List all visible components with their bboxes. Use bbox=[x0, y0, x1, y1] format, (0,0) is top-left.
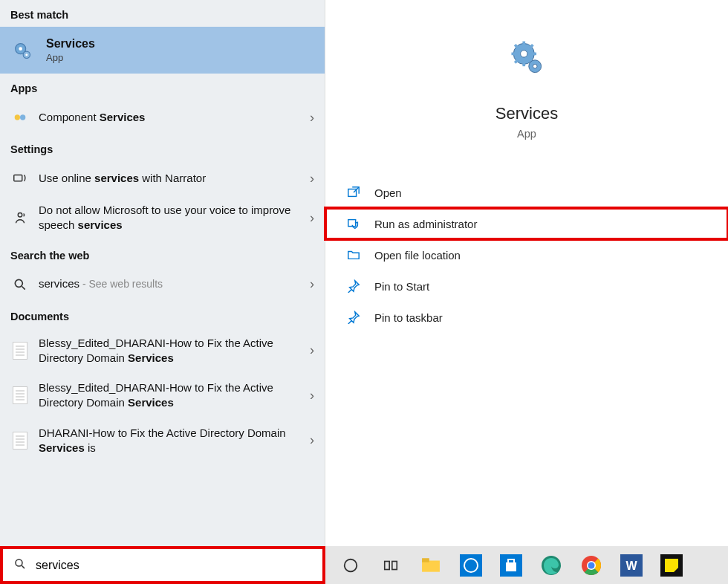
svg-rect-6 bbox=[14, 175, 22, 181]
best-match-item[interactable]: Services App bbox=[0, 27, 325, 74]
setting-speech-services[interactable]: Do not allow Microsoft to use your voice… bbox=[0, 195, 325, 241]
setting-narrator-services[interactable]: Use online services with Narrator › bbox=[0, 161, 325, 195]
app-result-label: Component Services bbox=[39, 110, 304, 125]
hero-title: Services bbox=[325, 104, 728, 123]
svg-point-26 bbox=[345, 559, 357, 571]
document-icon bbox=[10, 386, 30, 405]
search-input[interactable] bbox=[36, 559, 312, 572]
document-label: DHARANI-How to Fix the Active Directory … bbox=[39, 426, 304, 456]
svg-point-1 bbox=[19, 47, 22, 51]
document-label: Blessy_Edited_DHARANI-How to Fix the Act… bbox=[39, 380, 304, 411]
action-run-as-admin[interactable]: Run as administrator bbox=[325, 208, 728, 239]
svg-point-5 bbox=[20, 114, 25, 120]
chevron-right-icon: › bbox=[304, 343, 314, 358]
action-label: Pin to Start bbox=[374, 280, 429, 293]
svg-point-11 bbox=[521, 51, 527, 57]
task-view-icon[interactable] bbox=[376, 551, 406, 580]
chevron-right-icon: › bbox=[304, 110, 314, 126]
svg-line-16 bbox=[515, 45, 518, 48]
action-pin-to-start[interactable]: Pin to Start bbox=[325, 270, 728, 302]
svg-point-8 bbox=[15, 279, 22, 287]
dell-app-icon[interactable] bbox=[456, 551, 486, 580]
document-label: Blessy_Edited_DHARANI-How to Fix the Act… bbox=[39, 336, 304, 366]
section-apps: Apps bbox=[0, 74, 325, 100]
document-result[interactable]: Blessy_Edited_DHARANI-How to Fix the Act… bbox=[0, 328, 325, 374]
svg-rect-31 bbox=[460, 554, 482, 577]
document-icon bbox=[10, 431, 30, 450]
svg-rect-28 bbox=[392, 561, 397, 569]
search-results-pane: Best match Services App Apps Component S… bbox=[0, 0, 325, 546]
pin-icon bbox=[346, 310, 361, 325]
admin-shield-icon bbox=[346, 216, 361, 231]
component-services-icon bbox=[10, 108, 30, 127]
search-box[interactable] bbox=[0, 546, 325, 584]
chevron-right-icon: › bbox=[304, 388, 314, 403]
document-icon bbox=[10, 341, 30, 360]
action-label: Open file location bbox=[374, 249, 461, 262]
document-result[interactable]: DHARANI-How to Fix the Active Directory … bbox=[0, 418, 325, 464]
setting-label: Use online services with Narrator bbox=[39, 171, 304, 186]
hero-sub: App bbox=[325, 128, 728, 140]
svg-point-24 bbox=[16, 559, 22, 566]
svg-line-18 bbox=[515, 60, 518, 63]
narrator-icon bbox=[10, 169, 30, 188]
action-open[interactable]: Open bbox=[325, 177, 728, 208]
section-documents: Documents bbox=[0, 302, 325, 328]
search-icon bbox=[13, 557, 27, 574]
action-label: Pin to taskbar bbox=[374, 311, 443, 324]
svg-rect-22 bbox=[348, 189, 357, 197]
setting-label: Do not allow Microsoft to use your voice… bbox=[39, 203, 304, 233]
best-match-sub: App bbox=[46, 52, 95, 63]
svg-rect-30 bbox=[422, 558, 429, 562]
svg-point-7 bbox=[18, 213, 22, 218]
preview-pane: Services App Open Run as administrator O… bbox=[325, 0, 728, 546]
svg-line-9 bbox=[22, 286, 25, 289]
action-label: Open bbox=[374, 186, 402, 199]
svg-line-19 bbox=[530, 45, 533, 48]
file-explorer-icon[interactable] bbox=[416, 551, 446, 580]
chevron-right-icon: › bbox=[304, 171, 314, 186]
document-result[interactable]: Blessy_Edited_DHARANI-How to Fix the Act… bbox=[0, 373, 325, 418]
action-open-file-location[interactable]: Open file location bbox=[325, 239, 728, 270]
services-gear-icon bbox=[10, 39, 34, 62]
pin-icon bbox=[346, 279, 361, 293]
section-best-match: Best match bbox=[0, 0, 325, 27]
svg-rect-27 bbox=[385, 561, 389, 569]
best-match-title: Services bbox=[46, 37, 95, 51]
web-search-result[interactable]: services - See web results › bbox=[0, 267, 325, 302]
chevron-right-icon: › bbox=[304, 432, 314, 448]
taskbar: W bbox=[0, 546, 728, 584]
services-hero-icon bbox=[325, 37, 728, 82]
svg-point-4 bbox=[15, 114, 20, 120]
web-search-label: services - See web results bbox=[39, 276, 304, 291]
word-icon[interactable]: W bbox=[617, 551, 646, 580]
chrome-icon[interactable] bbox=[576, 551, 606, 580]
sticky-notes-icon[interactable] bbox=[657, 551, 686, 580]
speech-icon bbox=[10, 208, 30, 227]
svg-point-21 bbox=[533, 64, 537, 68]
svg-text:W: W bbox=[625, 559, 637, 572]
folder-icon bbox=[346, 247, 361, 262]
search-icon bbox=[10, 275, 30, 294]
app-result-component-services[interactable]: Component Services › bbox=[0, 100, 325, 134]
action-label: Run as administrator bbox=[374, 218, 477, 230]
svg-line-25 bbox=[22, 565, 25, 568]
open-icon bbox=[346, 185, 361, 200]
svg-point-41 bbox=[588, 562, 595, 568]
edge-icon[interactable] bbox=[536, 551, 566, 580]
chevron-right-icon: › bbox=[304, 276, 314, 292]
action-pin-to-taskbar[interactable]: Pin to taskbar bbox=[325, 302, 728, 333]
svg-point-3 bbox=[25, 53, 27, 56]
chevron-right-icon: › bbox=[304, 210, 314, 226]
cortana-icon[interactable] bbox=[336, 551, 365, 580]
svg-rect-29 bbox=[422, 560, 440, 571]
section-search-web: Search the web bbox=[0, 241, 325, 267]
section-settings: Settings bbox=[0, 134, 325, 161]
ms-store-icon[interactable] bbox=[496, 551, 526, 580]
